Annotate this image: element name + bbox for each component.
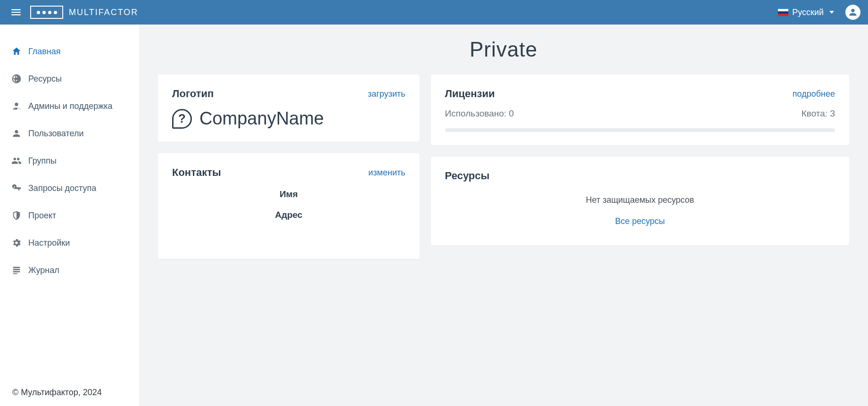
sidebar-item-resources[interactable]: Ресурсы	[0, 65, 139, 92]
sidebar-item-label: Ресурсы	[28, 74, 62, 84]
sidebar-item-settings[interactable]: Настройки	[0, 229, 139, 257]
brand-text: MULTIFACTOR	[69, 8, 138, 17]
sidebar-item-label: Запросы доступа	[28, 183, 96, 193]
sidebar-item-label: Проект	[28, 211, 56, 221]
sidebar-item-label: Пользователи	[28, 129, 83, 139]
sidebar-item-label: Настройки	[28, 238, 70, 248]
sidebar-item-log[interactable]: Журнал	[0, 257, 139, 284]
language-label: Русский	[792, 8, 824, 17]
account-button[interactable]	[845, 5, 860, 20]
sidebar-item-home[interactable]: Главная	[0, 38, 139, 65]
logo-card: Логотип загрузить ? CompanyName	[158, 75, 420, 142]
log-icon	[11, 265, 22, 275]
shield-icon	[11, 210, 22, 221]
licenses-card: Лицензии подробнее Использовано: 0 Квота…	[431, 75, 849, 145]
page-title: Private	[158, 38, 849, 61]
main-content: Private Логотип загрузить ? CompanyName …	[139, 25, 868, 406]
sidebar-item-label: Главная	[28, 47, 61, 57]
sidebar-item-groups[interactable]: Группы	[0, 147, 139, 174]
chevron-down-icon	[829, 11, 834, 14]
licenses-details-link[interactable]: подробнее	[793, 89, 835, 99]
upload-logo-link[interactable]: загрузить	[368, 89, 405, 99]
flag-ru-icon	[778, 9, 788, 16]
sidebar-item-label: Админы и поддержка	[28, 101, 113, 111]
footer-copyright: © Мультифактор, 2024	[0, 379, 868, 406]
header: MULTIFACTOR Русский	[0, 0, 868, 25]
language-switcher[interactable]: Русский	[778, 8, 834, 17]
contact-address-label: Адрес	[172, 210, 405, 220]
key-icon	[11, 183, 22, 193]
resources-card-title: Ресурсы	[445, 170, 490, 182]
sidebar-item-label: Журнал	[28, 265, 59, 275]
resources-card: Ресурсы Нет защищаемых ресурсов Все ресу…	[431, 157, 849, 245]
home-icon	[11, 46, 22, 57]
company-placeholder-icon: ?	[172, 109, 192, 129]
sidebar-item-project[interactable]: Проект	[0, 202, 139, 229]
sidebar-item-access-requests[interactable]: Запросы доступа	[0, 174, 139, 202]
licenses-used: Использовано: 0	[445, 108, 514, 119]
edit-contacts-link[interactable]: изменить	[368, 168, 405, 178]
licenses-card-title: Лицензии	[445, 88, 495, 100]
globe-icon	[11, 74, 22, 84]
contact-name-label: Имя	[172, 189, 405, 199]
company-name: CompanyName	[199, 108, 324, 129]
menu-button[interactable]	[8, 4, 25, 21]
sidebar-item-admins[interactable]: Админы и поддержка	[0, 92, 139, 120]
sidebar: Главная Ресурсы Админы и поддержка Польз…	[0, 25, 139, 406]
admin-icon	[11, 101, 22, 111]
group-icon	[11, 156, 22, 166]
all-resources-link[interactable]: Все ресурсы	[615, 216, 665, 226]
licenses-progress-bar	[445, 128, 835, 132]
resources-empty-text: Нет защищаемых ресурсов	[445, 195, 835, 205]
brand-logo-icon	[30, 6, 63, 19]
user-icon	[11, 128, 22, 139]
licenses-quota: Квота: 3	[802, 108, 835, 119]
contacts-card: Контакты изменить Имя Адрес	[158, 153, 420, 259]
sidebar-item-label: Группы	[28, 156, 57, 166]
logo-card-title: Логотип	[172, 88, 214, 100]
gear-icon	[11, 238, 22, 248]
contacts-card-title: Контакты	[172, 166, 221, 179]
sidebar-item-users[interactable]: Пользователи	[0, 120, 139, 147]
